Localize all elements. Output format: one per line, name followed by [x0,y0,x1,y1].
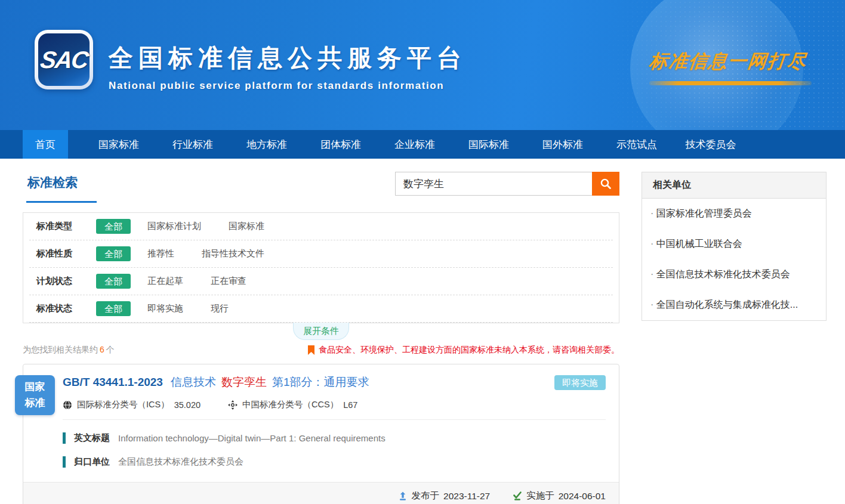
ccs-value: L67 [343,400,357,410]
published-label: 发布于 [412,490,440,502]
filter-option[interactable]: 即将实施 [147,303,183,314]
standard-title-highlight[interactable]: 数字孪生 [221,375,267,390]
compass-icon [228,400,238,410]
related-unit-link[interactable]: 全国信息技术标准化技术委员会 [642,259,826,290]
slogan-underline [649,81,812,85]
expand-conditions-button[interactable]: 展开条件 [293,323,349,340]
main-nav: 首页国家标准行业标准地方标准团体标准企业标准国际标准国外标准示范试点技术委员会 [0,130,845,159]
publish-upload-icon [398,491,408,501]
related-unit-link[interactable]: 国家标准化管理委员会 [642,199,826,229]
filter-option[interactable]: 推荐性 [147,248,174,259]
main-column: 标准检索 标准类型全部国家标准计划国家标准标准性质全部推荐性指导性技术文件计划状… [23,172,619,504]
filter-all-button[interactable]: 全部 [96,274,131,289]
filter-label: 标准状态 [36,303,96,314]
filter-row: 标准性质全部推荐性指导性技术文件 [29,240,613,268]
filter-row: 标准状态全部即将实施现行 [29,295,613,323]
card-footer: 发布于 2023-11-27 实施于 2024-06-01 [23,482,619,504]
badge-line2: 标准 [25,395,45,411]
nav-item-7[interactable]: 国际标准 [452,130,526,159]
ics-value: 35.020 [174,400,201,410]
nav-item-6[interactable]: 企业标准 [378,130,452,159]
header-slogan: 标准信息一网打尽 [649,49,816,85]
related-unit-link[interactable]: 全国自动化系统与集成标准化技... [642,290,826,320]
nav-item-4[interactable]: 地方标准 [230,130,304,159]
card-detail-row: 归口单位全国信息技术标准化技术委员会 [63,456,606,468]
filter-all-button[interactable]: 全部 [96,246,131,261]
search-box [395,172,619,196]
nav-item-9[interactable]: 示范试点 [600,130,674,159]
implemented-date: 2024-06-01 [559,491,606,502]
detail-value: Information technology—Digital twin—Part… [118,433,386,443]
ccs-label: 中国标准分类号（CCS） [242,399,338,410]
detail-value: 全国信息技术标准化技术委员会 [118,456,243,468]
related-units-list: 国家标准化管理委员会中国机械工业联合会全国信息技术标准化技术委员会全国自动化系统… [642,199,826,320]
filter-label: 标准类型 [36,221,96,232]
filter-label: 计划状态 [36,276,96,287]
card-detail-rows: 英文标题Information technology—Digital twin—… [63,432,606,468]
page-title: 标准检索 [26,174,97,203]
nav-item-3[interactable]: 行业标准 [156,130,230,159]
slogan-text: 标准信息一网打尽 [648,49,818,74]
globe-icon [63,400,72,410]
published-date: 2023-11-27 [443,491,490,502]
filter-option[interactable]: 现行 [211,303,229,314]
badge-line1: 国家 [25,379,45,395]
related-units-title: 相关单位 [642,172,826,199]
sac-logo[interactable]: SAC [35,30,93,89]
standard-code-link[interactable]: GB/T 43441.1-2023 [63,376,163,389]
filter-option[interactable]: 指导性技术文件 [202,248,264,259]
related-unit-link[interactable]: 中国机械工业联合会 [642,229,826,259]
sac-logo-text: SAC [39,47,90,73]
nav-item-1[interactable]: 首页 [23,130,68,159]
bookmark-icon [308,345,314,355]
detail-label: 英文标题 [74,432,110,444]
site-title: 全国标准信息公共服务平台 [109,42,467,75]
card-meta-row: 国际标准分类号（ICS） 35.020 中国标准分类号（CCS） L67 [63,399,606,420]
filter-label: 标准性质 [36,248,96,259]
implemented-date-item: 实施于 2024-06-01 [513,490,606,502]
notice-banner: 食品安全、环境保护、工程建设方面的国家标准未纳入本系统，请咨询相关部委。 [308,345,619,355]
nav-item-5[interactable]: 团体标准 [304,130,378,159]
content: 标准检索 标准类型全部国家标准计划国家标准标准性质全部推荐性指导性技术文件计划状… [0,159,845,504]
ics-label: 国际标准分类号（ICS） [77,399,169,410]
standard-title-part2[interactable]: 第1部分：通用要求 [272,375,369,390]
filter-option[interactable]: 国家标准 [229,221,264,232]
result-count-number: 6 [100,345,104,354]
result-card: 国家 标准 GB/T 43441.1-2023 信息技术 数字孪生 第1部分：通… [23,364,619,504]
implemented-label: 实施于 [526,490,554,502]
detail-label: 归口单位 [74,456,110,468]
standard-type-badge: 国家 标准 [15,375,55,415]
site-title-block: 全国标准信息公共服务平台 National public service pla… [109,42,467,92]
filter-row: 计划状态全部正在起草正在审查 [29,268,613,295]
row-marker [63,456,66,468]
result-count-prefix: 为您找到相关结果约 [23,345,98,354]
filter-all-button[interactable]: 全部 [96,219,131,234]
nav-item-8[interactable]: 国外标准 [526,130,600,159]
result-info: 为您找到相关结果约6个 食品安全、环境保护、工程建设方面的国家标准未纳入本系统，… [23,345,619,355]
card-detail-row: 英文标题Information technology—Digital twin—… [63,432,606,444]
filter-all-button[interactable]: 全部 [96,301,131,316]
standard-title-part1[interactable]: 信息技术 [171,375,216,390]
status-badge: 即将实施 [554,375,606,390]
implement-check-icon [513,491,522,501]
nav-item-2[interactable]: 国家标准 [82,130,156,159]
card-title-row: GB/T 43441.1-2023 信息技术 数字孪生 第1部分：通用要求 即将… [63,375,606,390]
filter-box: 标准类型全部国家标准计划国家标准标准性质全部推荐性指导性技术文件计划状态全部正在… [23,212,619,323]
site-header: SAC 全国标准信息公共服务平台 National public service… [0,0,845,130]
filter-option[interactable]: 正在起草 [147,276,183,287]
card-body: GB/T 43441.1-2023 信息技术 数字孪生 第1部分：通用要求 即将… [23,364,619,469]
search-button[interactable] [592,172,619,196]
search-icon [600,178,612,190]
filter-row: 标准类型全部国家标准计划国家标准 [29,213,613,240]
search-input[interactable] [395,172,592,196]
row-marker [63,432,66,444]
result-count-suffix: 个 [106,345,115,354]
section-head: 标准检索 [23,172,619,210]
notice-text: 食品安全、环境保护、工程建设方面的国家标准未纳入本系统，请咨询相关部委。 [319,345,619,355]
nav-item-10[interactable]: 技术委员会 [674,130,748,159]
filter-option[interactable]: 国家标准计划 [147,221,201,232]
filter-option[interactable]: 正在审查 [211,276,246,287]
site-subtitle: National public service platform for sta… [109,80,467,92]
related-units-panel: 相关单位 国家标准化管理委员会中国机械工业联合会全国信息技术标准化技术委员会全国… [642,172,827,321]
sac-logo-mark: SAC [38,33,90,86]
